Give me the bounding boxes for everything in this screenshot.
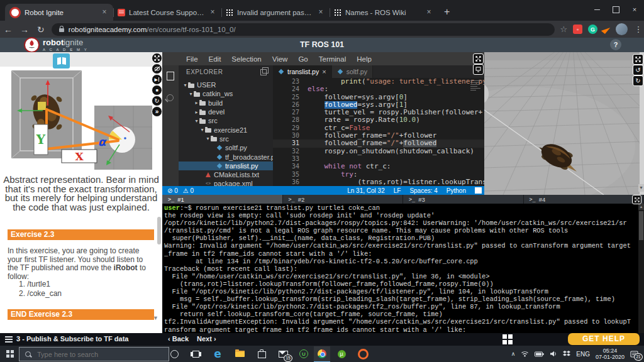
help-button[interactable]: ? <box>610 39 621 50</box>
browser-tab[interactable]: Robot Ignite× <box>5 4 113 21</box>
taskbar-search[interactable] <box>19 347 169 361</box>
tree-item-user[interactable]: ▾USER <box>179 80 273 89</box>
terminal-tab-3[interactable]: >_#3 <box>403 195 524 204</box>
tree-item-catkin_ws[interactable]: ▾catkin_ws <box>179 89 273 98</box>
code-line[interactable]: 27 turtle_vel = rospy.Publisher(follower… <box>273 109 484 116</box>
code-line[interactable]: 24else: <box>273 85 484 93</box>
notebook-expand-button[interactable] <box>152 53 162 63</box>
code-line[interactable]: 28 rate = rospy.Rate(10.0) <box>273 116 484 124</box>
close-button[interactable]: × <box>625 0 644 19</box>
simulation-panel[interactable]: ▼ <box>484 52 644 195</box>
tree-item-devel[interactable]: ▸devel <box>179 107 273 116</box>
editor-tab-translist.py[interactable]: translist.py× <box>273 65 332 78</box>
code-line[interactable]: 31 followed_frame="/"+followed <box>273 140 484 147</box>
browser-tab[interactable]: Invalid argument passed to look× <box>221 4 330 21</box>
terminal-scroll-up-icon[interactable]: ▲ <box>638 204 644 210</box>
menu-item-terminal[interactable]: Terminal <box>319 55 346 63</box>
search-input[interactable] <box>36 350 152 359</box>
origin-icon[interactable] <box>355 346 371 361</box>
tree-item-soltf.py[interactable]: soltf.py <box>179 143 273 152</box>
new-tab-button[interactable]: + <box>444 6 450 18</box>
eol-indicator[interactable]: LF <box>394 187 401 194</box>
tab-close-icon[interactable]: × <box>208 8 217 17</box>
avast-extension-icon[interactable] <box>601 25 610 34</box>
code-line[interactable]: 25 follower=sys.argv[0] <box>273 94 484 101</box>
notebook-skip-button[interactable]: ▶ <box>152 74 162 85</box>
unit-list-icon[interactable] <box>5 336 13 337</box>
start-button[interactable] <box>6 350 9 353</box>
ide-monitor-button[interactable] <box>473 64 484 75</box>
tray-chevron-icon[interactable]: ∧ <box>511 351 516 357</box>
sim-reload-button[interactable]: ↻ <box>633 75 643 86</box>
bookmark-star-icon[interactable]: ☆ <box>560 25 567 34</box>
search-icon[interactable] <box>167 94 174 101</box>
extension-icon[interactable]: ▫ <box>573 25 582 34</box>
tree-item-exercise21[interactable]: ▾exercise21 <box>179 125 273 134</box>
code-line[interactable]: 23 print("usage: turtle_tf_listener.py f… <box>273 78 484 85</box>
back-button[interactable]: ‹ Back <box>168 335 189 343</box>
forward-nav-icon[interactable]: → <box>16 25 33 35</box>
notebook-fast-forward-button[interactable]: » <box>152 106 162 117</box>
code-line[interactable]: 35 try: <box>273 171 484 178</box>
tab-close-icon[interactable]: × <box>316 8 325 17</box>
notebook-hide-button[interactable] <box>152 63 162 74</box>
chrome-icon[interactable] <box>314 346 330 362</box>
notebook-scroll-down-icon[interactable]: ▼ <box>153 315 158 321</box>
iobit-icon[interactable]: U <box>296 346 312 361</box>
cursor-position[interactable]: Ln 31, Col 32 <box>347 187 385 194</box>
menu-item-view[interactable]: View <box>272 55 288 63</box>
code-line[interactable]: 33 <box>273 155 484 163</box>
tree-item-cmakelists.txt[interactable]: CMakeLists.txt <box>179 170 273 179</box>
tab-close-icon[interactable]: × <box>322 68 326 75</box>
grammarly-extension-icon[interactable]: G <box>588 25 597 34</box>
minimap[interactable] <box>470 79 482 92</box>
browser-tab[interactable]: Latest Course Support/TFROS101× <box>113 4 221 21</box>
layout-grid-icon[interactable] <box>502 334 507 339</box>
code-line[interactable]: 36 (trans,rot)=listner.lookupTransfor <box>273 178 484 186</box>
code-line[interactable]: 32 rospy.on_shutdown(shutdown_callback) <box>273 148 484 155</box>
terminal-tab-1[interactable]: >_#1 <box>162 195 283 204</box>
files-icon[interactable] <box>167 72 174 80</box>
cortana-icon[interactable] <box>166 346 182 361</box>
terminal-tab-2[interactable]: >_#2 <box>283 195 404 204</box>
maximize-button[interactable] <box>606 0 625 19</box>
explorer-icon[interactable] <box>231 346 248 361</box>
editor-tab-soltf.py[interactable]: soltf.py <box>332 65 373 78</box>
tree-item-build[interactable]: ▸build <box>179 99 273 107</box>
menu-item-help[interactable]: Help <box>357 55 372 63</box>
edge-icon[interactable]: e <box>209 346 226 361</box>
code-line[interactable]: 29 ctr_c=False <box>273 124 484 132</box>
menu-item-selection[interactable]: Selection <box>231 55 261 63</box>
sim-scroll-arrow-icon[interactable]: ▼ <box>638 184 644 192</box>
terminal-tab-4[interactable]: >_#4 <box>524 195 644 204</box>
store-icon[interactable] <box>253 346 270 361</box>
code-area[interactable]: 23 print("usage: turtle_tf_listener.py f… <box>273 78 484 186</box>
notebook-scrollbar[interactable] <box>157 217 161 244</box>
wifi-icon[interactable] <box>521 348 529 359</box>
code-line[interactable]: 30 follower_frame="/"+follower <box>273 132 484 140</box>
feedback-icon[interactable] <box>475 187 482 194</box>
mail-icon[interactable]: 15 <box>275 346 291 361</box>
get-help-button[interactable]: GET HELP <box>568 333 640 345</box>
problems-indicator[interactable]: ⊘ 0 ⚠ 0 <box>162 187 194 194</box>
next-button[interactable]: Next › <box>197 335 216 343</box>
tree-item-src[interactable]: ▾src <box>179 134 273 143</box>
language-indicator[interactable]: ENG <box>576 351 590 358</box>
split-editor-icon[interactable] <box>260 69 267 75</box>
code-line[interactable]: 26 followed=sys.argv[1] <box>273 101 484 109</box>
sim-undo-button[interactable]: ↺ <box>633 65 643 75</box>
terminal-expand-button[interactable] <box>632 195 641 204</box>
sim-expand-button[interactable] <box>633 54 643 65</box>
taskview-icon[interactable] <box>187 346 204 361</box>
battery-icon[interactable] <box>535 348 544 359</box>
tree-item-translist.py[interactable]: translist.py <box>179 162 273 170</box>
browser-tab[interactable]: Names - ROS Wiki× <box>330 4 438 21</box>
volume-icon[interactable] <box>550 348 557 359</box>
notification-center-icon[interactable]: 21 <box>630 349 640 358</box>
notebook-reload-button[interactable]: ↻ <box>152 96 162 106</box>
terminal-panel[interactable]: >_#1>_#2>_#3>_#4 user:~$ rosrun exercise… <box>162 195 644 333</box>
notebook-stop-button[interactable]: ■ <box>152 85 162 96</box>
indent-indicator[interactable]: Spaces: 4 <box>409 187 437 194</box>
code-line[interactable]: 34 while not ctr_c: <box>273 163 484 170</box>
dropbox-icon[interactable] <box>563 348 570 359</box>
